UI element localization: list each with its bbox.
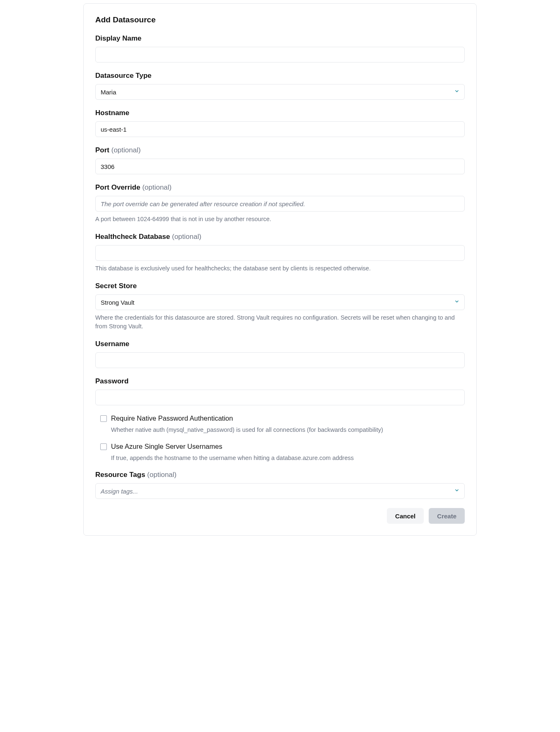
port-input[interactable] — [95, 159, 465, 174]
secret-store-select[interactable]: Strong Vault — [95, 294, 465, 310]
datasource-type-value: Maria — [101, 89, 116, 96]
healthcheck-db-label: Healthcheck Database (optional) — [95, 233, 465, 241]
azure-usernames-label[interactable]: Use Azure Single Server Usernames — [111, 443, 222, 450]
field-secret-store: Secret Store Strong Vault Where the cred… — [95, 282, 465, 331]
hostname-input[interactable] — [95, 121, 465, 137]
field-require-native-password: Require Native Password Authentication W… — [100, 414, 465, 434]
require-native-password-label[interactable]: Require Native Password Authentication — [111, 414, 233, 422]
username-label: Username — [95, 340, 465, 348]
healthcheck-db-optional: (optional) — [172, 233, 201, 241]
azure-usernames-help: If true, appends the hostname to the use… — [111, 454, 465, 462]
resource-tags-optional: (optional) — [147, 471, 176, 479]
field-display-name: Display Name — [95, 34, 465, 63]
resource-tags-label: Resource Tags (optional) — [95, 471, 465, 479]
field-azure-usernames: Use Azure Single Server Usernames If tru… — [100, 443, 465, 462]
secret-store-label: Secret Store — [95, 282, 465, 290]
secret-store-help: Where the credentials for this datasourc… — [95, 313, 465, 331]
port-override-optional: (optional) — [142, 183, 171, 191]
require-native-password-checkbox[interactable] — [100, 415, 107, 422]
resource-tags-placeholder: Assign tags... — [101, 488, 138, 495]
datasource-type-select[interactable]: Maria — [95, 84, 465, 100]
field-port: Port (optional) — [95, 146, 465, 174]
hostname-label: Hostname — [95, 109, 465, 117]
field-hostname: Hostname — [95, 109, 465, 137]
password-input[interactable] — [95, 390, 465, 405]
require-native-password-help: Whether native auth (mysql_native_passwo… — [111, 426, 465, 434]
display-name-input[interactable] — [95, 47, 465, 63]
cancel-button[interactable]: Cancel — [387, 508, 424, 524]
port-override-label: Port Override (optional) — [95, 183, 465, 192]
port-optional: (optional) — [111, 146, 141, 154]
display-name-label: Display Name — [95, 34, 465, 43]
resource-tags-select[interactable]: Assign tags... — [95, 483, 465, 499]
port-override-help: A port between 1024-64999 that is not in… — [95, 215, 465, 224]
actions-row: Cancel Create — [95, 508, 465, 524]
azure-usernames-checkbox[interactable] — [100, 443, 107, 450]
create-button[interactable]: Create — [429, 508, 465, 524]
field-port-override: Port Override (optional) A port between … — [95, 183, 465, 224]
secret-store-value: Strong Vault — [101, 299, 134, 306]
password-label: Password — [95, 377, 465, 385]
field-healthcheck-db: Healthcheck Database (optional) This dat… — [95, 233, 465, 273]
username-input[interactable] — [95, 352, 465, 368]
field-password: Password — [95, 377, 465, 405]
datasource-type-label: Datasource Type — [95, 72, 465, 80]
add-datasource-panel: Add Datasource Display Name Datasource T… — [83, 3, 477, 536]
page-title: Add Datasource — [95, 15, 465, 24]
field-resource-tags: Resource Tags (optional) Assign tags... — [95, 471, 465, 499]
port-override-input[interactable] — [95, 196, 465, 212]
port-label: Port (optional) — [95, 146, 465, 154]
healthcheck-db-help: This database is exclusively used for he… — [95, 264, 465, 273]
healthcheck-db-input[interactable] — [95, 245, 465, 261]
field-username: Username — [95, 340, 465, 368]
field-datasource-type: Datasource Type Maria — [95, 72, 465, 100]
